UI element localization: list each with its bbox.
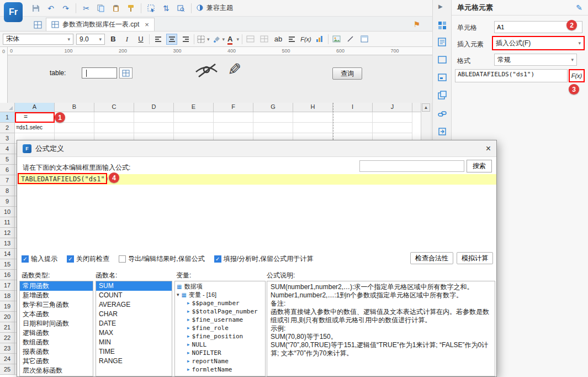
panel-edit-pencil-icon[interactable]: ✎ — [576, 3, 582, 12]
cell-H1[interactable] — [293, 112, 333, 123]
swap-rows-icon[interactable]: ⇅ — [161, 3, 171, 14]
function-type-list[interactable]: 常用函数新增函数数学和三角函数文本函数日期和时间函数逻辑函数数组函数报表函数其它… — [19, 281, 93, 376]
variable-item[interactable]: ▸$fine_username — [175, 316, 265, 324]
formula-option-1[interactable]: ✓输入提示 — [22, 254, 57, 264]
row-header-11[interactable]: 11 — [0, 217, 15, 228]
simulate-calc-button[interactable]: 模拟计算 — [457, 252, 493, 264]
cell-B2[interactable] — [55, 123, 94, 133]
italic-button[interactable]: I — [121, 34, 133, 45]
tab-close-icon[interactable]: × — [145, 20, 149, 29]
redo-icon[interactable]: ↷ — [61, 3, 71, 14]
row-header-14[interactable]: 14 — [0, 249, 15, 259]
copy-icon[interactable] — [96, 3, 106, 14]
row-header-7[interactable]: 7 — [0, 175, 15, 186]
cell-C1[interactable] — [94, 112, 134, 123]
row-header-20[interactable]: 20 — [0, 312, 15, 322]
checkbox-icon[interactable] — [119, 255, 126, 263]
variable-item[interactable]: ▸NOFILTER — [175, 349, 265, 357]
align-right-button[interactable] — [180, 34, 191, 45]
row-header-12[interactable]: 12 — [0, 228, 15, 238]
bold-button[interactable]: B — [108, 34, 119, 45]
column-header-J[interactable]: J — [373, 103, 412, 112]
variable-item[interactable]: ▸$$totalPage_number — [175, 307, 265, 316]
cell-F2[interactable] — [214, 123, 253, 133]
cell-A1[interactable]: = — [15, 112, 55, 123]
insert-element-select[interactable]: 插入公式(F)▾ — [492, 36, 585, 50]
subreport-insert-button[interactable] — [359, 34, 370, 45]
formula-editor-line[interactable]: TABLEDATAFIELDS("ds1") — [18, 174, 496, 185]
row-header-3[interactable]: 3 — [0, 133, 15, 144]
zoom-search-icon[interactable] — [176, 3, 186, 14]
parameter-text-input[interactable] — [82, 67, 117, 78]
column-header-A[interactable]: A — [15, 103, 55, 112]
row-header-9[interactable]: 9 — [0, 196, 15, 207]
column-header-G[interactable]: G — [253, 103, 293, 112]
variable-item[interactable]: ▸reportName — [175, 357, 265, 365]
row-header-8[interactable]: 8 — [0, 186, 15, 196]
font-size-select[interactable]: 9.0▾ — [76, 34, 105, 45]
cell-element-tab-icon[interactable] — [438, 21, 447, 32]
image-insert-button[interactable] — [331, 34, 342, 45]
function-type-3[interactable]: 数学和三角函数 — [20, 300, 93, 310]
float-element-tab-icon[interactable] — [438, 91, 447, 101]
formula-option-4[interactable]: ✓填报/分析时,保留公式用于计算 — [214, 254, 314, 264]
function-name-6[interactable]: MAX — [96, 328, 172, 338]
open-formula-editor-button[interactable]: F(x) — [569, 69, 585, 82]
variable-item[interactable]: ▸NULL — [175, 341, 265, 349]
data-import-tab-icon[interactable] — [438, 127, 447, 138]
row-header-17[interactable]: 17 — [0, 280, 15, 291]
function-type-10[interactable]: 层次坐标函数 — [20, 366, 93, 375]
cell-attribute-tab-icon[interactable] — [438, 38, 447, 48]
unmerge-cells-button[interactable] — [259, 34, 270, 45]
cut-icon[interactable]: ✂ — [81, 3, 91, 14]
variable-item[interactable]: ▸$fine_position — [175, 332, 265, 341]
function-name-2[interactable]: COUNT — [96, 291, 172, 300]
fill-color-button[interactable]: ▾ — [213, 34, 225, 45]
function-name-5[interactable]: DATE — [96, 319, 172, 328]
cell-A2[interactable]: =ds1.selec — [15, 123, 55, 133]
text-insert-button[interactable]: ab — [273, 34, 284, 45]
function-name-list[interactable]: SUMCOUNTAVERAGECHARDATEMAXMINTIMERANGE — [96, 281, 172, 376]
column-header-E[interactable]: E — [174, 103, 214, 112]
row-header-4[interactable]: 4 — [0, 144, 15, 154]
row-header-16[interactable]: 16 — [0, 270, 15, 280]
search-button[interactable]: 搜索 — [467, 160, 492, 172]
function-name-1[interactable]: SUM — [96, 281, 172, 291]
parameter-combo-widget[interactable] — [119, 67, 133, 78]
row-header-24[interactable]: 24 — [0, 354, 15, 364]
function-type-2[interactable]: 新增函数 — [20, 291, 93, 300]
cell-I2[interactable] — [333, 123, 373, 133]
function-name-3[interactable]: AVERAGE — [96, 300, 172, 310]
function-type-1[interactable]: 常用函数 — [20, 281, 93, 291]
formula-insert-button[interactable]: F(x) — [300, 34, 311, 45]
variable-item[interactable]: ▸$fine_role — [175, 324, 265, 332]
row-header-2[interactable]: 2 — [0, 123, 15, 133]
cell-J2[interactable] — [373, 123, 412, 133]
panel-collapse-icon[interactable]: ▶ — [438, 3, 443, 9]
row-header-21[interactable]: 21 — [0, 322, 15, 333]
function-name-9[interactable]: RANGE — [96, 357, 172, 366]
cell-C2[interactable] — [94, 123, 134, 133]
align-left-button[interactable] — [152, 34, 163, 45]
column-header-F[interactable]: F — [214, 103, 253, 112]
hyperlink-tab-icon[interactable] — [438, 109, 447, 120]
align-center-button[interactable] — [166, 34, 177, 45]
checkbox-icon[interactable]: ✓ — [67, 255, 74, 263]
widget-settings-tab-icon[interactable] — [438, 55, 447, 66]
dialog-close-icon[interactable]: × — [486, 144, 491, 154]
row-header-5[interactable]: 5 — [0, 154, 15, 165]
row-header-15[interactable]: 15 — [0, 259, 15, 270]
formula-option-3[interactable]: 导出/编辑结果时,保留公式 — [119, 254, 205, 264]
tree-collapse-caret-icon[interactable]: ▾ — [177, 291, 179, 299]
row-header-25[interactable]: 25 — [0, 364, 15, 375]
cell-formula-field[interactable]: ABLEDATAFIELDS("ds1") — [455, 69, 568, 82]
query-button[interactable]: 查询 — [332, 67, 362, 80]
cell-F1[interactable] — [214, 112, 253, 123]
row-header-13[interactable]: 13 — [0, 238, 15, 249]
hidden-widget-eye-slash-icon[interactable] — [193, 61, 220, 81]
function-name-8[interactable]: TIME — [96, 347, 172, 357]
format-painter-icon[interactable] — [126, 3, 136, 14]
function-type-6[interactable]: 逻辑函数 — [20, 328, 93, 338]
function-type-9[interactable]: 其它函数 — [20, 357, 93, 366]
column-header-C[interactable]: C — [94, 103, 134, 112]
